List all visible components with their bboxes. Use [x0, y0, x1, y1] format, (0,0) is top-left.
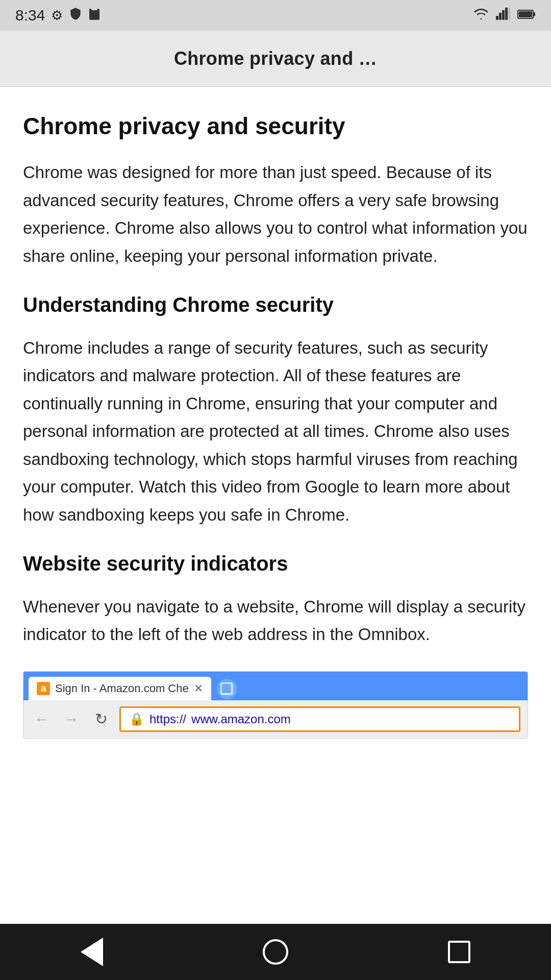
app-bar-title: Chrome privacy and …: [174, 48, 377, 69]
svg-rect-6: [508, 8, 510, 20]
svg-rect-1: [91, 7, 97, 10]
settings-icon: ⚙: [51, 8, 63, 23]
reload-nav-icon: ↻: [90, 710, 112, 728]
tab-close-icon: ✕: [194, 682, 203, 695]
svg-rect-2: [496, 16, 498, 20]
svg-rect-0: [89, 9, 99, 20]
svg-rect-8: [519, 11, 532, 17]
sim-card-icon: [88, 7, 101, 24]
recent-apps-button[interactable]: [439, 932, 480, 972]
browser-tab-bar: a Sign In - Amazon.com Che ✕: [23, 672, 528, 700]
section1-heading: Understanding Chrome security: [23, 292, 528, 317]
new-tab-button: [214, 678, 240, 700]
favicon-letter: a: [40, 682, 46, 694]
tab-favicon: a: [37, 682, 50, 695]
browser-screenshot: a Sign In - Amazon.com Che ✕ ←: [23, 672, 528, 738]
signal-icon: [496, 8, 510, 23]
browser-toolbar: ← → ↻ 🔒 https:// www.amazon.com: [23, 700, 528, 738]
status-bar-left: 8:34 ⚙: [15, 7, 101, 24]
section2-paragraph: Whenever you navigate to a website, Chro…: [23, 593, 528, 649]
recent-apps-icon: [448, 941, 470, 963]
browser-screenshot-container: a Sign In - Amazon.com Che ✕ ←: [23, 671, 528, 739]
new-tab-icon: [217, 679, 237, 699]
main-heading: Chrome privacy and security: [23, 112, 528, 140]
lock-icon: 🔒: [129, 712, 144, 726]
home-icon: [263, 939, 288, 965]
battery-icon: [517, 8, 536, 23]
content-area: Chrome privacy and security Chrome was d…: [0, 87, 551, 924]
app-bar: Chrome privacy and …: [0, 31, 551, 87]
status-time: 8:34: [15, 7, 45, 24]
status-bar: 8:34 ⚙: [0, 0, 551, 31]
omnibox-url: https://: [149, 712, 186, 726]
back-icon: [81, 938, 103, 966]
svg-rect-5: [505, 8, 508, 20]
browser-tab: a Sign In - Amazon.com Che ✕: [29, 677, 211, 700]
omnibox-domain: www.amazon.com: [191, 712, 291, 726]
section1-paragraph: Chrome includes a range of security feat…: [23, 334, 528, 529]
bottom-nav-bar: [0, 924, 551, 980]
svg-rect-9: [533, 12, 535, 16]
status-bar-right: [473, 8, 536, 23]
forward-nav-icon: →: [60, 710, 83, 728]
intro-paragraph: Chrome was designed for more than just s…: [23, 159, 528, 270]
svg-rect-3: [499, 13, 502, 20]
section2-heading: Website security indicators: [23, 551, 528, 576]
back-nav-icon: ←: [31, 710, 53, 728]
back-button[interactable]: [71, 932, 112, 972]
home-button[interactable]: [255, 932, 296, 972]
shield-icon: [69, 7, 82, 24]
wifi-icon: [473, 8, 489, 23]
omnibox: 🔒 https:// www.amazon.com: [119, 706, 520, 732]
svg-rect-4: [502, 10, 505, 20]
tab-title: Sign In - Amazon.com Che: [55, 682, 189, 695]
